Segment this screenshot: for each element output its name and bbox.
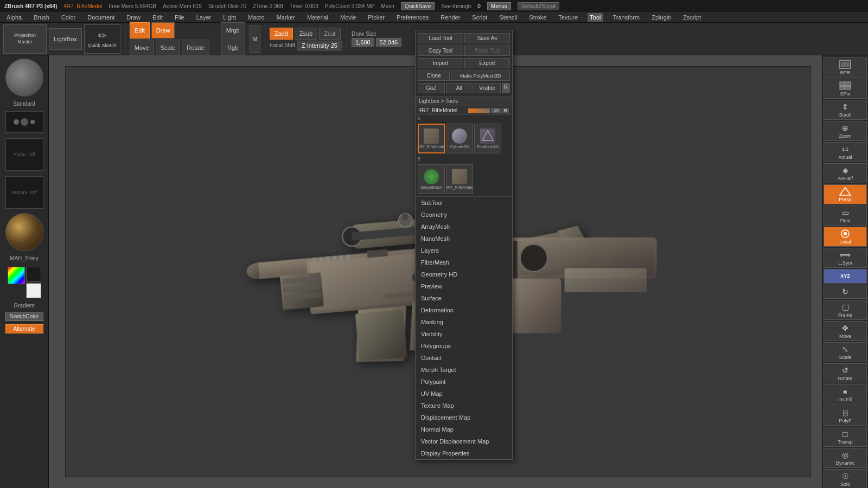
menu-light[interactable]: Light (221, 13, 238, 22)
surface-item[interactable]: Surface (416, 292, 512, 304)
alternate-button[interactable]: Alternate (5, 324, 43, 333)
menu-marker[interactable]: Marker (275, 13, 297, 22)
zoom-button[interactable]: ⊕ Zoom (824, 121, 867, 141)
layers-item[interactable]: Layers (416, 245, 512, 256)
fibermesh-item[interactable]: FiberMesh (416, 256, 512, 268)
geometryhd-item[interactable]: Geometry HD (416, 268, 512, 280)
texture-map-item[interactable]: Texture Map (416, 400, 512, 412)
normal-map-item[interactable]: Normal Map (416, 423, 512, 435)
insfill-button[interactable]: ▣ Ins.Fill (824, 384, 867, 404)
contact-item[interactable]: Contact (416, 352, 512, 364)
menu-file[interactable]: File (173, 13, 187, 22)
arraymesh-item[interactable]: ArrayMesh (416, 221, 512, 233)
polymesh-thumb[interactable]: PolyMesh3D (474, 124, 501, 153)
menu-script[interactable]: Script (470, 13, 489, 22)
floor-button[interactable]: ▭ Floor (824, 206, 867, 226)
r2-button[interactable]: R (502, 108, 509, 113)
rifle-model-thumb[interactable]: 4R7_RifleModel (418, 124, 445, 153)
masking-item[interactable]: Masking (416, 316, 512, 328)
aahalf-button[interactable]: ◈ AAHalf (824, 163, 867, 183)
alpha-preview[interactable]: Alpha_Off (5, 138, 43, 171)
rotate-icon-button[interactable]: ↻ (824, 285, 867, 299)
material-sphere[interactable] (5, 213, 43, 251)
vector-displacement-item[interactable]: Vector Displacement Map (416, 435, 512, 447)
display-properties-item[interactable]: Display Properties (416, 447, 512, 459)
zadd-button[interactable]: Zadd (270, 28, 293, 40)
paste-tool-button[interactable]: Paste Tool (464, 46, 510, 56)
displacement-map-item[interactable]: Displacement Map (416, 412, 512, 423)
subtool-item[interactable]: SubTool (416, 197, 512, 209)
xyz-button[interactable]: XYZ (824, 269, 867, 284)
lightbox-button[interactable]: LightBox (49, 28, 82, 50)
menu-brush[interactable]: Brush (31, 13, 52, 22)
color-gradient[interactable] (8, 267, 25, 284)
rotate-button[interactable]: Rotate (182, 40, 209, 56)
menu-stroke[interactable]: Stroke (527, 13, 548, 22)
scale-button[interactable]: Scale (156, 40, 181, 56)
geometry-item[interactable]: Geometry (416, 209, 512, 221)
dynamic-button[interactable]: ◎ Dynamic (824, 448, 867, 468)
defaultzscript-button[interactable]: DefaultZScript (518, 2, 559, 10)
r-button[interactable]: R (502, 83, 510, 93)
transp-button[interactable]: ◻ Transp (824, 427, 867, 447)
m-button[interactable]: M (250, 25, 260, 53)
menu-document[interactable]: Document (85, 13, 117, 22)
cylinder-thumb[interactable]: Cylinder3D (446, 124, 473, 153)
quicksave-button[interactable]: QuickSave (401, 2, 435, 10)
polygroups-item[interactable]: Polygroups (416, 340, 512, 352)
spix-button[interactable]: SPix (824, 79, 867, 99)
preview-item[interactable]: Preview (416, 280, 512, 292)
menu-macro[interactable]: Macro (246, 13, 267, 22)
menu-layer[interactable]: Layer (194, 13, 214, 22)
menu-edit[interactable]: Edit (150, 13, 165, 22)
make-polymesh-button[interactable]: Make PolyMesh3D (451, 70, 510, 81)
deformation-item[interactable]: Deformation (416, 304, 512, 316)
menu-tool[interactable]: Tool (588, 13, 603, 22)
morph-target-item[interactable]: Morph Target (416, 364, 512, 376)
mrgb-button[interactable]: Mrgb (221, 22, 245, 38)
uv-map-item[interactable]: UV Map (416, 388, 512, 400)
z-intensity-slider[interactable]: Z Intensity 25 (297, 41, 342, 50)
all-button[interactable]: All (446, 83, 473, 93)
frame-button[interactable]: ▢ Frame (824, 300, 867, 320)
menu-zplugin[interactable]: Zplugin (649, 13, 673, 22)
menu-render[interactable]: Render (438, 13, 462, 22)
bpr-button[interactable]: BPR (824, 57, 867, 78)
nanomesh-item[interactable]: NanoMesh (416, 233, 512, 245)
menus-button[interactable]: Menus (487, 2, 511, 10)
goz-button[interactable]: GoZ (418, 83, 445, 93)
switchcolor-button[interactable]: SwitchColor (5, 312, 43, 321)
clone-button[interactable]: Clone (418, 70, 450, 81)
visible-button[interactable]: Visible (474, 83, 501, 93)
rgb-button[interactable]: Rgb (221, 40, 245, 56)
polyf-button[interactable]: ⌸ PolyF (824, 406, 867, 426)
menu-color[interactable]: Color (59, 13, 78, 22)
actual-button[interactable]: 1:1 Actual (824, 142, 867, 162)
import-button[interactable]: Import (418, 58, 463, 68)
projection-master-button[interactable]: Projection Master (3, 24, 47, 54)
texture-preview[interactable]: Texture_Off (5, 176, 43, 209)
menu-stencil[interactable]: Stencil (497, 13, 519, 22)
export-button[interactable]: Export (464, 58, 510, 68)
quick-sketch-button[interactable]: ✏ Quick Sketch (84, 24, 120, 54)
copy-tool-button[interactable]: Copy Tool (418, 46, 463, 56)
menu-zscript[interactable]: Zscript (681, 13, 703, 22)
solo-button[interactable]: ☉ Solo (824, 469, 867, 488)
menu-movie[interactable]: Movie (338, 13, 358, 22)
zcut-button[interactable]: Zcut (319, 28, 340, 40)
menu-alpha[interactable]: Alpha (4, 13, 24, 22)
persp-button[interactable]: Persp (824, 184, 867, 204)
brush-preview[interactable] (5, 59, 43, 97)
menu-transform[interactable]: Transform (611, 13, 642, 22)
menu-draw[interactable]: Draw (124, 13, 143, 22)
rotate-r-button[interactable]: ↺ Rotate (824, 363, 867, 383)
load-tool-button[interactable]: Load Tool (418, 33, 463, 43)
polypaint-item[interactable]: Polypaint (416, 376, 512, 388)
save-as-button[interactable]: Save As (464, 33, 510, 43)
visibility-item[interactable]: Visibility (416, 328, 512, 340)
menu-texture[interactable]: Texture (556, 13, 580, 22)
move-button[interactable]: Move (130, 40, 154, 56)
white-swatch[interactable] (26, 283, 41, 298)
move-r-button[interactable]: ✥ Move (824, 321, 867, 341)
lsym-button[interactable]: ⟺ L.Sym (824, 248, 867, 268)
